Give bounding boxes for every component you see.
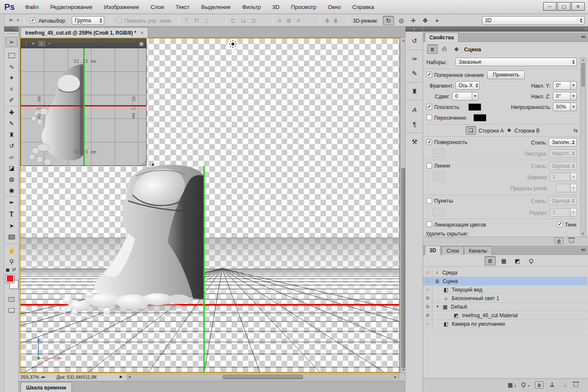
shadows-checkbox[interactable] — [557, 221, 563, 227]
tilt-y-input[interactable]: 0° — [553, 81, 577, 90]
foreground-color-swatch[interactable] — [6, 274, 14, 283]
tab-3d[interactable]: 3D — [425, 245, 441, 255]
autoselect-checkbox[interactable] — [30, 18, 35, 23]
tool-presets-panel-icon[interactable]: ⚒ — [408, 136, 421, 148]
menu-image[interactable]: Изображение — [104, 4, 139, 10]
expand-view-icon[interactable]: ▣ — [139, 41, 144, 47]
scene-row-environment[interactable]: ⊙ ♁ Среда — [423, 268, 587, 277]
close-secondary-view-icon[interactable]: ✕ — [32, 41, 35, 46]
dropdown-icon[interactable] — [472, 92, 478, 100]
brush-settings-panel-icon[interactable]: ✎ — [408, 68, 421, 80]
scroll-thumb[interactable] — [581, 63, 585, 87]
dropdown-icon[interactable] — [570, 92, 576, 100]
autoselect-target-select[interactable]: Группа — [72, 16, 104, 25]
paint-bucket-tool[interactable]: ◪ — [6, 163, 18, 173]
maximize-button[interactable]: ▢ — [557, 2, 570, 11]
expand-panels-button[interactable]: « — [406, 27, 423, 32]
collapse-panels-button[interactable]: » — [423, 27, 588, 32]
tab-layers[interactable]: Слои — [442, 246, 464, 255]
filter-meshes-icon[interactable]: ▦ — [498, 256, 509, 265]
scroll-down-icon[interactable]: ▼ — [402, 368, 405, 372]
menu-filter[interactable]: Фильтр — [242, 4, 261, 10]
menu-view[interactable]: Просмотр — [291, 4, 316, 10]
crop-tool[interactable]: ⌗ — [6, 84, 18, 94]
secondary-view-header[interactable]: ⋮ ✕ ⇩ ▾ ▣ — [21, 39, 146, 48]
horizontal-scroll-thumb[interactable] — [223, 375, 303, 379]
dropdown-icon[interactable]: ▾ — [528, 384, 530, 388]
menu-select[interactable]: Выделение — [201, 4, 231, 10]
visibility-toggle[interactable]: ⊙ — [423, 294, 432, 303]
clone-source-panel-icon[interactable]: ♜ — [408, 85, 421, 97]
shift-input[interactable]: 0 — [452, 92, 479, 100]
scroll-up-icon[interactable]: ▲ — [582, 58, 585, 61]
visibility-toggle[interactable]: ⊙ — [423, 303, 432, 311]
delete-icon[interactable] — [569, 239, 574, 243]
rotate-object-icon[interactable]: ❖ — [451, 44, 462, 54]
panel-menu-icon[interactable]: ▾≡ — [581, 34, 585, 40]
shape-tool[interactable] — [6, 232, 18, 242]
disclosure-icon[interactable]: ▼ — [436, 305, 439, 309]
intersection-checkbox[interactable] — [426, 115, 432, 120]
ground-plane-icon[interactable]: ⊥ — [550, 381, 555, 388]
menu-edit[interactable]: Редактирование — [50, 4, 92, 10]
export-icon[interactable]: ➦ — [41, 374, 45, 380]
plane-checkbox[interactable] — [426, 104, 432, 109]
lines-checkbox[interactable] — [426, 163, 432, 168]
visibility-toggle[interactable]: ⊙ — [423, 320, 432, 328]
properties-scrollbar[interactable]: ▲ ▼ — [580, 57, 586, 236]
scene-row-scene[interactable]: ⊙ ≣ Сцена — [423, 277, 587, 286]
show-controls-checkbox[interactable] — [116, 18, 122, 23]
swap-colors-icon[interactable]: ⇄ — [12, 267, 16, 272]
eraser-tool[interactable]: ▱ — [6, 152, 18, 162]
lasso-tool[interactable]: ∿ — [6, 62, 18, 72]
move-tool-icon[interactable]: ➢ — [9, 17, 13, 23]
plane-color-swatch[interactable] — [468, 103, 481, 111]
green-guide-line[interactable] — [203, 166, 205, 372]
menu-layers[interactable]: Слои — [150, 4, 164, 10]
surface-color-swatch[interactable] — [432, 149, 444, 157]
dodge-tool[interactable]: ◉ — [6, 185, 18, 195]
secondary-view-window[interactable]: ⋮ ✕ ⇩ ▾ ▣ — [21, 38, 147, 166]
scroll-down-icon[interactable]: ▼ — [582, 232, 585, 235]
move-tool-dropdown-icon[interactable]: ▾ — [17, 18, 19, 22]
close-icon[interactable]: × — [141, 30, 144, 36]
dropdown-icon[interactable]: ▾ — [514, 384, 516, 388]
menu-file[interactable]: Файл — [25, 4, 38, 10]
roll-3d-icon[interactable]: ◎ — [396, 16, 407, 25]
move-tool[interactable]: ➢ — [6, 37, 18, 47]
axis-widget[interactable] — [37, 337, 62, 360]
zoom-3d-icon[interactable]: ⌖ — [432, 16, 443, 25]
timeline-tab[interactable]: Шкала времени — [21, 382, 72, 392]
status-menu-icon[interactable]: ▶ — [120, 374, 123, 379]
dropdown-icon[interactable] — [570, 103, 576, 111]
scene-row-default-mesh[interactable]: ⊙ ▼ ▦ Default — [423, 303, 587, 311]
scroll-left-icon[interactable]: ◀ — [128, 375, 130, 379]
render-sphere-icon[interactable]: ◍ — [535, 381, 544, 389]
default-colors-icon[interactable] — [6, 268, 9, 272]
paragraph-panel-icon[interactable]: ¶ — [408, 118, 421, 130]
slide-3d-icon[interactable]: ✥ — [420, 16, 431, 25]
history-panel-icon[interactable]: ↺ — [408, 35, 421, 47]
scroll-up-icon[interactable]: ▲ — [402, 38, 405, 42]
surface-style-select[interactable]: Заполн... — [549, 138, 577, 147]
quick-mask-button[interactable] — [6, 294, 18, 304]
eyedropper-tool[interactable]: ✐ — [6, 95, 18, 105]
pen-tool[interactable]: ✒ — [6, 197, 18, 208]
side-b-icon[interactable]: ❖ — [507, 127, 512, 133]
dropdown-icon[interactable] — [570, 82, 576, 89]
type-tool[interactable]: T — [6, 209, 18, 220]
side-a-label[interactable]: Сторона A — [479, 128, 504, 134]
pan-3d-icon[interactable]: ✛ — [408, 16, 419, 25]
character-panel-icon[interactable]: A — [408, 103, 421, 115]
zoom-level[interactable]: 259,37% — [21, 374, 39, 380]
hand-tool[interactable]: ☝ — [6, 245, 18, 256]
visibility-toggle[interactable]: ⊙ — [423, 268, 432, 277]
history-brush-tool[interactable]: ↺ — [6, 141, 18, 151]
tilt-z-input[interactable]: 0° — [553, 92, 577, 100]
apply-button[interactable]: Применить — [487, 71, 525, 79]
filter-lights-icon[interactable]: Ϙ — [526, 256, 537, 265]
brush-presets-panel-icon[interactable]: ✑ — [408, 53, 421, 65]
path-select-tool[interactable]: ➤ — [6, 221, 18, 231]
surface-checkbox[interactable] — [426, 139, 432, 145]
print-3d-icon[interactable]: ⎙ — [439, 44, 450, 54]
